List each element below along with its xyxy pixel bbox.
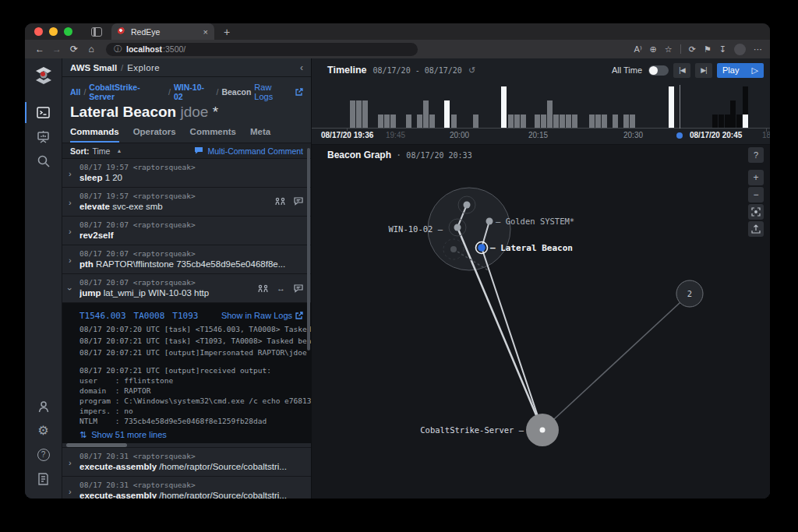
expand-chevron-icon[interactable]: › — [69, 198, 72, 207]
close-tab-icon[interactable]: × — [203, 27, 208, 37]
timeline-bar[interactable] — [406, 115, 411, 128]
timeline-bar[interactable] — [595, 115, 601, 128]
tab-operators[interactable]: Operators — [133, 127, 176, 143]
sidebar-item-search[interactable] — [25, 149, 62, 173]
command-row[interactable]: › 08/17 19:57 <raptorsqueak> elevate svc… — [62, 188, 311, 217]
timeline-bar[interactable] — [390, 115, 396, 128]
expand-chevron-icon[interactable]: › — [69, 227, 72, 236]
play-button[interactable]: Play ▷ — [717, 63, 764, 78]
comment-icon[interactable] — [294, 197, 303, 206]
skip-to-end-button[interactable]: ▶| — [695, 63, 712, 78]
horizontal-scrollbar[interactable] — [62, 443, 311, 447]
all-time-toggle[interactable] — [648, 65, 669, 76]
sidebar-item-user[interactable] — [25, 394, 62, 418]
show-in-raw-logs-link[interactable]: Show in Raw Logs — [221, 311, 303, 320]
timeline-histogram[interactable] — [312, 85, 770, 129]
timeline-bar[interactable] — [508, 115, 514, 128]
command-row[interactable]: › 08/17 20:31 <raptorsqueak> execute-ass… — [62, 448, 311, 477]
expand-chevron-icon[interactable]: › — [69, 487, 72, 496]
timeline-bar[interactable] — [560, 115, 565, 128]
timeline-bar[interactable] — [350, 100, 355, 128]
timeline-bar[interactable] — [623, 115, 629, 128]
command-row[interactable]: › 08/17 20:07 <raptorsqueak> pth RAPTOR\… — [62, 245, 311, 274]
reload-icon[interactable]: ⟳ — [67, 44, 81, 55]
sidebar-item-logs[interactable] — [25, 467, 62, 491]
attack-tag[interactable]: TA0008 — [134, 311, 165, 321]
browser-tab[interactable]: RedEye × — [111, 23, 214, 40]
expand-chevron-icon[interactable]: › — [69, 458, 72, 467]
timeline-bar[interactable] — [547, 100, 553, 128]
command-row[interactable]: › 08/17 19:57 <raptorsqueak> sleep 1 20 — [62, 159, 311, 188]
timeline-bar[interactable] — [553, 115, 559, 128]
favorites-icon[interactable]: ☆ — [665, 44, 673, 55]
timeline-bar[interactable] — [541, 115, 546, 128]
command-row[interactable]: › 08/17 20:31 <raptorsqueak> execute-ass… — [62, 477, 311, 499]
zoom-window-button[interactable] — [64, 27, 72, 36]
sidebar-item-settings[interactable]: ⚙ — [25, 418, 62, 442]
export-graph-button[interactable] — [748, 221, 764, 237]
expand-chevron-icon[interactable]: › — [69, 255, 72, 265]
beacon-node[interactable] — [464, 202, 471, 209]
downloads-icon[interactable]: ↧ — [719, 44, 726, 55]
beacon-node-dead[interactable] — [450, 246, 457, 252]
timeline-bar[interactable] — [501, 86, 507, 128]
back-icon[interactable]: ← — [33, 44, 47, 55]
breadcrumb-host[interactable]: WIN-10-02 — [174, 83, 214, 101]
timeline-bar[interactable] — [712, 115, 718, 128]
node-lateral-beacon[interactable] — [478, 244, 486, 252]
graph-help-button[interactable]: ? — [748, 147, 764, 163]
site-info-icon[interactable]: ⓘ — [114, 44, 122, 55]
redeye-logo[interactable] — [33, 65, 55, 86]
forward-icon[interactable]: → — [50, 44, 64, 55]
scrollbar-thumb[interactable] — [66, 443, 127, 447]
timeline-bar[interactable] — [429, 115, 435, 128]
fit-view-button[interactable] — [748, 204, 764, 220]
minimize-window-button[interactable] — [49, 27, 58, 36]
address-bar[interactable]: ⓘ localhost:3500/ — [106, 43, 418, 56]
sidebar-item-commands[interactable] — [25, 100, 62, 125]
bookmark-flag-icon[interactable]: ⚑ — [704, 44, 711, 55]
timeline-bar[interactable] — [602, 115, 607, 128]
attack-tag[interactable]: T1093 — [172, 311, 198, 321]
timeline-bar[interactable] — [444, 100, 450, 128]
beacon-link-icon[interactable] — [275, 197, 285, 206]
beacon-graph-canvas[interactable]: WIN-10-02 – – Golden SYSTEM* – Lateral B… — [312, 165, 770, 499]
timeline-bar[interactable] — [613, 115, 618, 128]
tab-commands[interactable]: Commands — [70, 127, 119, 143]
timeline-bar[interactable] — [736, 115, 742, 128]
sidebar-item-help[interactable]: ? — [25, 442, 62, 467]
vertical-scrollbar[interactable] — [307, 148, 310, 351]
timeline-bar[interactable] — [566, 115, 571, 128]
timeline-bar[interactable] — [572, 115, 577, 128]
home-icon[interactable]: ⌂ — [84, 44, 98, 55]
timeline-bar[interactable] — [473, 115, 478, 128]
timeline-bar[interactable] — [362, 100, 368, 128]
more-menu-icon[interactable]: ⋯ — [754, 44, 762, 55]
collapse-panel-icon[interactable]: ‹ — [300, 62, 303, 73]
command-row[interactable]: › 08/17 20:07 <raptorsqueak> rev2self — [62, 217, 311, 245]
timeline-bar[interactable] — [743, 115, 748, 128]
command-row-expanded[interactable]: › 08/17 20:07 <raptorsqueak> jump lat_wm… — [62, 274, 311, 303]
timeline-bar[interactable] — [423, 100, 429, 128]
beacon-node[interactable] — [454, 224, 461, 231]
breadcrumb-all[interactable]: All — [70, 87, 80, 97]
current-time-marker[interactable] — [676, 132, 683, 139]
timeline-bar[interactable] — [451, 115, 457, 128]
close-window-button[interactable] — [34, 27, 43, 36]
zoom-out-button[interactable]: − — [748, 187, 764, 203]
sort-direction-icon[interactable]: ▲ — [116, 148, 122, 153]
loop-icon[interactable]: ↺ — [468, 65, 475, 76]
profile-avatar[interactable] — [734, 44, 746, 55]
timeline-bar[interactable] — [521, 115, 526, 128]
timeline-bar[interactable] — [725, 115, 730, 128]
sidebar-item-presentation[interactable] — [25, 125, 62, 149]
multi-command-comment-button[interactable]: Multi-Command Comment — [194, 146, 303, 156]
timeline-bar[interactable] — [730, 100, 736, 128]
sort-value[interactable]: Time — [93, 146, 111, 156]
attack-tag[interactable]: T1546.003 — [79, 311, 126, 321]
timeline-bar[interactable] — [669, 86, 674, 128]
timeline-bar[interactable] — [719, 115, 724, 128]
timeline-scrubber[interactable] — [680, 85, 680, 129]
collections-icon[interactable]: ⟳ — [689, 44, 696, 55]
beacon-link-icon[interactable] — [258, 284, 268, 293]
